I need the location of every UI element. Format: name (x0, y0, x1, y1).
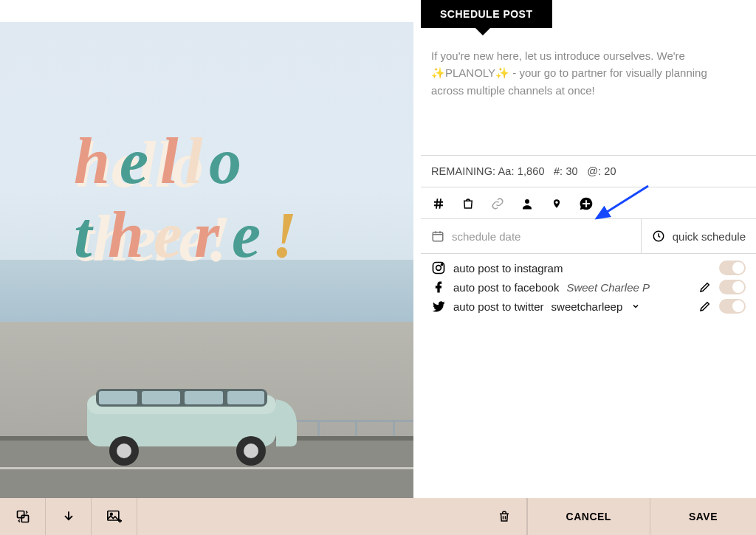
svg-text:!: ! (272, 199, 295, 271)
tab-label: SCHEDULE POST (440, 8, 533, 20)
hello-there-text: hello there! h e l l o t h e r e ! (74, 118, 391, 310)
quick-schedule-label: quick schedule (673, 230, 746, 243)
caption-line1: If you're new here, let us introduce our… (431, 49, 685, 62)
svg-rect-17 (142, 391, 180, 404)
download-button[interactable] (46, 498, 92, 535)
tab-pointer-icon (475, 28, 490, 35)
svg-rect-16 (99, 391, 137, 404)
schedule-post-tab[interactable]: SCHEDULE POST (421, 0, 552, 28)
svg-point-21 (117, 443, 131, 458)
tag-person-icon[interactable] (520, 196, 535, 211)
autopost-row-instagram: auto post to instagram (431, 258, 746, 277)
svg-point-30 (441, 263, 443, 265)
autopost-row-twitter: auto post to twitter sweetcharleep (431, 297, 746, 316)
schedule-panel: SCHEDULE POST If you're new here, let us… (421, 0, 756, 498)
hashtag-icon[interactable] (431, 196, 446, 211)
autopost-instagram-toggle[interactable] (719, 260, 746, 275)
remaining-aa-value: 1,860 (518, 165, 545, 177)
twitter-icon (431, 299, 446, 314)
svg-rect-19 (227, 391, 264, 404)
bottom-toolbar: CANCEL SAVE (0, 498, 756, 535)
svg-point-34 (110, 513, 112, 515)
svg-text:o: o (209, 125, 240, 197)
svg-point-24 (525, 199, 529, 204)
autopost-twitter-handle[interactable]: sweetcharleep (551, 300, 623, 313)
edit-icon[interactable] (698, 300, 712, 313)
swap-media-button[interactable] (0, 498, 46, 535)
autopost-instagram-label: auto post to instagram (453, 262, 563, 275)
remaining-hash-label: #: (554, 165, 563, 177)
svg-text:r: r (194, 199, 220, 271)
svg-text:e: e (120, 125, 148, 197)
svg-text:e: e (154, 199, 182, 271)
autopost-twitter-toggle[interactable] (719, 299, 746, 314)
delete-button[interactable] (483, 498, 527, 535)
svg-rect-26 (433, 232, 443, 241)
autopost-facebook-toggle[interactable] (719, 280, 746, 294)
calendar-icon (431, 229, 444, 243)
svg-point-29 (436, 266, 441, 271)
cancel-label: CANCEL (566, 511, 611, 522)
schedule-row: schedule date quick schedule (421, 219, 756, 254)
autopost-row-facebook: auto post to facebook Sweet Charlee P (431, 277, 746, 297)
caption-toolbar (421, 187, 756, 219)
shopping-bag-icon[interactable] (461, 196, 475, 211)
remaining-hash-value: 30 (566, 165, 577, 177)
svg-text:h: h (108, 199, 142, 271)
svg-rect-32 (21, 515, 28, 522)
chevron-down-icon[interactable] (631, 302, 640, 311)
link-icon[interactable] (490, 196, 505, 211)
instagram-icon (431, 260, 446, 275)
svg-point-23 (244, 443, 258, 458)
autopost-list: auto post to instagram auto post to face… (421, 254, 756, 320)
remaining-at-value: 20 (604, 165, 616, 177)
svg-text:l: l (160, 125, 179, 197)
svg-text:e: e (232, 199, 260, 271)
media-preview: hello there! h e l l o t h e r e ! (0, 0, 421, 498)
preview-image: hello there! h e l l o t h e r e ! (0, 22, 413, 498)
autopost-facebook-handle: Sweet Charlee P (566, 281, 650, 294)
add-comment-icon[interactable] (579, 196, 594, 211)
schedule-date-placeholder: schedule date (452, 230, 520, 243)
quick-schedule-button[interactable]: quick schedule (642, 219, 756, 253)
save-button[interactable]: SAVE (650, 498, 756, 535)
remaining-prefix: REMAINING: (431, 165, 495, 177)
caption-brand: PLANOLY (445, 66, 495, 79)
location-pin-icon[interactable] (549, 196, 564, 211)
schedule-date-field[interactable]: schedule date (421, 219, 642, 253)
van-illustration (81, 364, 303, 467)
sparkle-icon: ✨ (495, 66, 509, 79)
clock-icon (652, 229, 665, 243)
save-label: SAVE (689, 511, 718, 522)
svg-text:l: l (185, 125, 203, 197)
facebook-icon (431, 280, 446, 294)
svg-rect-31 (17, 511, 24, 518)
autopost-twitter-label: auto post to twitter (453, 300, 544, 313)
edit-icon[interactable] (698, 280, 712, 294)
autopost-facebook-label: auto post to facebook (453, 281, 559, 294)
remaining-aa-label: Aa: (498, 165, 515, 177)
edit-image-button[interactable] (92, 498, 137, 535)
svg-text:h: h (74, 125, 109, 197)
cancel-button[interactable]: CANCEL (527, 498, 650, 535)
svg-rect-18 (185, 391, 223, 404)
character-counter: REMAINING: Aa: 1,860 #: 30 @: 20 (421, 155, 756, 187)
sparkle-icon: ✨ (431, 66, 445, 79)
remaining-at-label: @: (587, 165, 601, 177)
